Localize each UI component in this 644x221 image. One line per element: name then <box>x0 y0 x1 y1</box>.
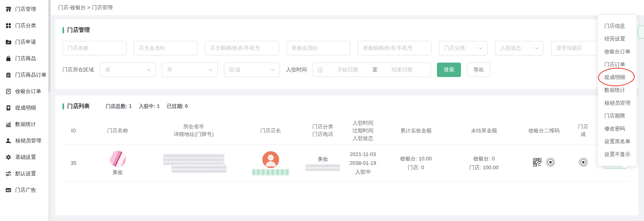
store-avatar <box>109 150 126 167</box>
menu-item-business-settings[interactable]: 经营设置 <box>598 32 636 45</box>
sidebar-item-label: 核销员管理 <box>15 137 41 144</box>
cell-category-phone: 美妆 <box>305 155 341 171</box>
cell-id: 35 <box>62 159 85 167</box>
menu-item-store-term[interactable]: 门店期限 <box>598 109 636 122</box>
export-button[interactable]: 导出 <box>467 63 490 77</box>
menu-item-store-orders[interactable]: 门店订单 <box>598 58 636 71</box>
bar-chart-icon <box>5 121 12 128</box>
sidebar-item-default-settings[interactable]: 默认设置 <box>0 165 48 182</box>
sidebar-item-label: 门店商品订单 <box>15 71 46 79</box>
breadcrumb[interactable]: 门店-收银台 > 门店管理 <box>51 0 644 15</box>
money-note-icon: ¥ <box>5 105 12 111</box>
page-title: 门店管理 <box>67 26 90 34</box>
sidebar-item-commission-details[interactable]: ¥ 提成明细 <box>0 99 48 116</box>
start-date-input[interactable]: 开始日期 <box>323 66 372 73</box>
sidebar-item-verifier-management[interactable]: 核销员管理 <box>0 132 48 149</box>
district-select[interactable]: 区/县 <box>224 63 280 77</box>
blurred-address-line2 <box>171 164 227 172</box>
section-accent-bar <box>62 103 64 109</box>
category-text: 美妆 <box>318 155 328 163</box>
sidebar-item-store-ads[interactable]: AD 门店广告 <box>0 182 48 198</box>
cell-cashier-qr <box>521 157 567 169</box>
qr-code-icon[interactable] <box>533 158 541 168</box>
section-accent-bar <box>62 27 64 33</box>
menu-item-cashier-orders[interactable]: 收银台订单 <box>598 45 636 58</box>
miniprogram-code-icon[interactable] <box>545 157 555 169</box>
sidebar-item-label: 门店商品 <box>15 55 36 62</box>
sidebar-item-label: 基础设置 <box>15 154 36 161</box>
breadcrumb-text: 门店-收银台 > 门店管理 <box>58 4 113 11</box>
list-section-title: 门店列表 <box>62 103 90 110</box>
settle-status-select[interactable]: 入驻状态 <box>495 41 544 55</box>
menu-item-commission-details[interactable]: 提成明细 <box>598 71 636 84</box>
cell-received-amount: 收银台: 10.00 门店: 0 <box>385 155 447 171</box>
sidebar-item-cashier-orders[interactable]: 收银台订单 <box>0 83 48 99</box>
menu-item-verifier-management[interactable]: 核销员管理 <box>598 97 636 109</box>
col-header-store-qr: 门店成 <box>567 123 599 138</box>
menu-item-data-statistics[interactable]: 数据统计 <box>598 84 636 97</box>
sidebar-item-label: 门店管理 <box>15 6 36 13</box>
menu-item-store-info[interactable]: 门店信息 <box>598 20 636 32</box>
filter-section-title: 门店管理 <box>62 26 631 34</box>
table-header: ID 门店名称 所在省市详细地址(门牌号) 门店店长 门店分类门店电话 入驻时间… <box>62 116 631 144</box>
sidebar-item-store-application[interactable]: 门店申请 <box>0 34 48 50</box>
menu-item-set-blacklist[interactable]: 设置黑名单 <box>598 135 636 148</box>
chevron-down-icon <box>147 69 151 71</box>
boss-member-id-input[interactable]: 老板会员ID <box>286 41 350 55</box>
sidebar-item-data-statistics[interactable]: 数据统计 <box>0 116 48 132</box>
list-title: 门店列表 <box>67 103 90 110</box>
main-content: 门店-收银台 > 门店管理 门店管理 门店名称 店主会员ID 店主昵称/姓名/手… <box>51 0 644 221</box>
action-context-menu: 门店信息 经营设置 收银台订单 门店订单 提成明细 数据统计 核销员管理 门店期… <box>598 14 637 166</box>
store-category-select[interactable]: 门店分类 <box>439 41 488 55</box>
store-name-text: 美妆 <box>113 168 123 176</box>
cell-manager <box>237 151 305 175</box>
sidebar-item-label: 收银台订单 <box>15 88 41 95</box>
city-select[interactable]: 市 <box>162 63 218 77</box>
cell-store-name: 美妆 <box>85 150 151 176</box>
status-text: 入驻中 <box>355 168 371 176</box>
col-header-unsettled-amount: 未结算金额 <box>447 127 521 134</box>
sidebar-item-store-management[interactable]: 门店管理 <box>0 1 48 17</box>
province-select[interactable]: 省 <box>100 63 156 77</box>
svg-text:AD: AD <box>6 189 11 192</box>
sidebar-scrollbar[interactable] <box>48 0 51 221</box>
sidebar-item-basic-settings[interactable]: 基础设置 <box>0 149 48 165</box>
store-name-input[interactable]: 门店名称 <box>62 41 127 55</box>
store-stats: 门店总数: 1 入驻中: 1 已过期: 0 <box>106 103 188 110</box>
sidebar-item-label: 默认设置 <box>15 170 36 177</box>
sidebar-item-label: 门店申请 <box>15 39 36 46</box>
ad-icon: AD <box>5 187 12 193</box>
col-header-store-name: 门店名称 <box>85 127 151 134</box>
sidebar-scrollbar-thumb[interactable] <box>48 0 50 92</box>
stat-expired: 已过期: 0 <box>167 103 188 110</box>
shopping-bag-icon <box>5 55 12 62</box>
cell-address <box>151 154 237 172</box>
miniprogram-code-icon[interactable] <box>578 157 588 169</box>
sidebar-item-store-goods-orders[interactable]: 门店商品订单 <box>0 67 48 83</box>
menu-item-set-hidden[interactable]: 设置不显示 <box>598 148 636 161</box>
col-header-id: ID <box>62 127 85 134</box>
sidebar-item-store-goods[interactable]: 门店商品 <box>0 50 48 67</box>
blurred-manager-name <box>252 169 289 175</box>
owner-nickname-input[interactable]: 店主昵称/姓名/手机号 <box>205 41 279 55</box>
cell-time-status: 2021-11-03 2038-01-19 入驻中 <box>341 150 385 176</box>
end-date-input[interactable]: 结束日期 <box>378 66 427 73</box>
sidebar-item-store-category[interactable]: 门店分类 <box>0 17 48 34</box>
blurred-phone <box>306 164 340 171</box>
store-list-card: 门店列表 门店总数: 1 入驻中: 1 已过期: 0 ID 门店名称 所在省市详… <box>55 95 638 215</box>
sidebar-item-label: 门店广告 <box>15 187 36 194</box>
owner-member-id-input[interactable]: 店主会员ID <box>134 41 198 55</box>
add-store-button-partial[interactable] <box>638 26 644 39</box>
date-range-picker[interactable]: 开始日期 至 结束日期 <box>313 63 431 77</box>
filter-card: 门店管理 门店名称 店主会员ID 店主昵称/姓名/手机号 老板会员ID 老板昵称… <box>55 19 638 89</box>
search-button[interactable]: 搜索 <box>437 63 461 77</box>
boss-nickname-input[interactable]: 老板昵称/姓名/手机号 <box>358 41 432 55</box>
chevron-down-icon <box>479 47 483 50</box>
sliders-icon <box>5 170 12 177</box>
clipboard-icon <box>5 72 12 78</box>
chevron-down-icon <box>209 69 213 71</box>
col-header-category-phone: 门店分类门店电话 <box>305 123 341 138</box>
cell-store-qr <box>567 157 599 169</box>
menu-item-change-password[interactable]: 修改密码 <box>598 122 636 135</box>
person-icon <box>5 138 12 144</box>
